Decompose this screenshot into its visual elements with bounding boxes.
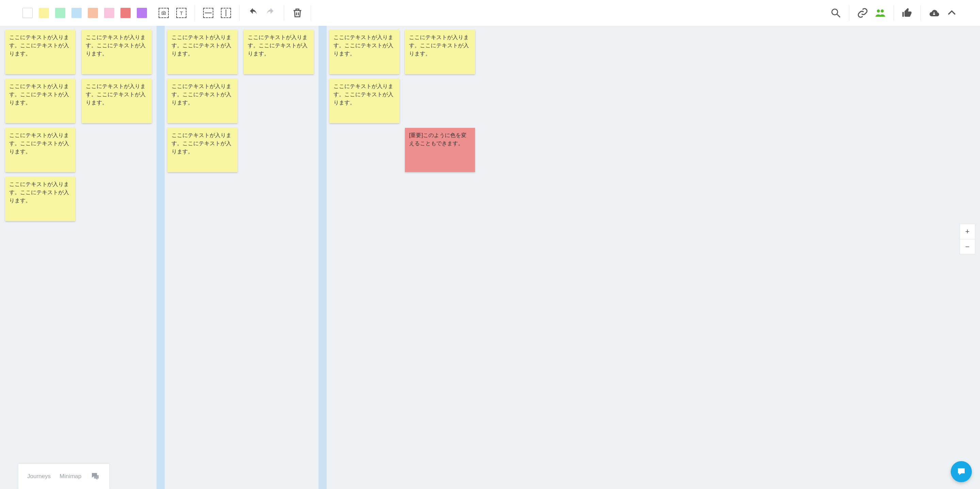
svg-point-3 — [881, 10, 884, 13]
note-text: ここにテキストが入ります。ここにテキストが入ります。 — [172, 83, 231, 105]
search-button[interactable] — [830, 7, 842, 19]
cloud-download-icon — [928, 7, 940, 19]
divider — [284, 5, 284, 21]
comments-button[interactable] — [90, 471, 100, 481]
divider — [920, 5, 921, 21]
sticky-note[interactable]: ここにテキストが入ります。ここにテキストが入ります。 — [167, 128, 237, 172]
toolbar: T — [0, 0, 980, 26]
chat-icon — [956, 467, 966, 477]
svg-point-1 — [832, 9, 838, 15]
color-swatch[interactable] — [55, 8, 65, 18]
note-text: ここにテキストが入ります。ここにテキストが入ります。 — [172, 34, 231, 56]
lane-divider[interactable] — [156, 26, 165, 489]
undo-button[interactable] — [247, 7, 259, 19]
toolbar-right — [824, 5, 963, 21]
divider — [849, 5, 850, 21]
users-icon — [875, 7, 886, 19]
sticky-note[interactable]: ここにテキストが入ります。ここにテキストが入ります。 — [82, 30, 152, 74]
sticky-note[interactable]: ここにテキストが入ります。ここにテキストが入ります。 — [5, 177, 75, 221]
zoom-in-button[interactable]: + — [960, 224, 975, 239]
zoom-controls: + − — [959, 224, 975, 254]
redo-button[interactable] — [265, 7, 276, 19]
note-text: ここにテキストが入ります。ここにテキストが入ります。 — [248, 34, 308, 56]
note-text: ここにテキストが入ります。ここにテキストが入ります。 — [9, 83, 69, 105]
sticky-note[interactable]: ここにテキストが入ります。ここにテキストが入ります。 — [405, 30, 475, 74]
link-icon — [857, 7, 869, 19]
search-icon — [830, 7, 842, 19]
svg-point-0 — [163, 13, 164, 14]
insert-text-button[interactable]: T — [176, 7, 187, 19]
bottom-bar: Journeys Minimap — [18, 464, 109, 489]
note-text: ここにテキストが入ります。ここにテキストが入ります。 — [334, 34, 393, 56]
vertical-line-button[interactable] — [220, 7, 232, 19]
note-text: ここにテキストが入ります。ここにテキストが入ります。 — [9, 34, 69, 56]
tab-minimap[interactable]: Minimap — [60, 473, 81, 480]
comments-icon — [90, 471, 100, 481]
thumbs-up-icon — [901, 7, 913, 19]
text-icon: T — [176, 8, 186, 18]
svg-point-2 — [877, 10, 880, 13]
like-button[interactable] — [901, 7, 913, 19]
history-tools — [242, 7, 282, 19]
sticky-note[interactable]: ここにテキストが入ります。ここにテキストが入ります。 — [5, 128, 75, 172]
color-swatches — [17, 8, 153, 18]
color-swatch[interactable] — [39, 8, 49, 18]
sticky-note[interactable]: [重要]このように色を変えることもできます。 — [405, 128, 475, 172]
horizontal-line-icon — [203, 8, 213, 18]
sticky-note[interactable]: ここにテキストが入ります。ここにテキストが入ります。 — [243, 30, 314, 74]
color-swatch[interactable] — [121, 8, 130, 18]
color-swatch[interactable] — [137, 8, 147, 18]
note-text: ここにテキストが入ります。ここにテキストが入ります。 — [409, 34, 469, 56]
camera-icon — [159, 8, 169, 18]
sticky-note[interactable]: ここにテキストが入ります。ここにテキストが入ります。 — [167, 79, 237, 123]
line-tools — [197, 7, 237, 19]
note-text: ここにテキストが入ります。ここにテキストが入ります。 — [9, 132, 69, 154]
undo-icon — [247, 7, 259, 19]
divider — [239, 5, 240, 21]
insert-tools: T — [153, 7, 192, 19]
color-swatch[interactable] — [88, 8, 98, 18]
sticky-note[interactable]: ここにテキストが入ります。ここにテキストが入ります。 — [5, 79, 75, 123]
redo-icon — [265, 7, 276, 19]
link-button[interactable] — [857, 7, 869, 19]
note-text: ここにテキストが入ります。ここにテキストが入ります。 — [86, 34, 146, 56]
tab-journeys[interactable]: Journeys — [27, 473, 51, 480]
sticky-note[interactable]: ここにテキストが入ります。ここにテキストが入ります。 — [329, 79, 399, 123]
zoom-out-button[interactable]: − — [960, 239, 975, 254]
collapse-button[interactable] — [946, 7, 958, 19]
note-text: ここにテキストが入ります。ここにテキストが入ります。 — [172, 132, 231, 154]
delete-tools — [286, 7, 309, 19]
sticky-note[interactable]: ここにテキストが入ります。ここにテキストが入ります。 — [329, 30, 399, 74]
note-text: ここにテキストが入ります。ここにテキストが入ります。 — [86, 83, 146, 105]
delete-button[interactable] — [292, 7, 303, 19]
divider — [894, 5, 894, 21]
collaborators-button[interactable] — [875, 7, 886, 19]
vertical-line-icon — [221, 8, 231, 18]
lane-divider[interactable] — [318, 26, 327, 489]
divider — [311, 5, 311, 21]
trash-icon — [292, 7, 303, 19]
canvas[interactable]: ここにテキストが入ります。ここにテキストが入ります。ここにテキストが入ります。こ… — [0, 26, 980, 489]
note-text: [重要]このように色を変えることもできます。 — [409, 132, 466, 146]
download-button[interactable] — [928, 7, 940, 19]
divider — [195, 5, 195, 21]
insert-image-button[interactable] — [158, 7, 169, 19]
chevron-up-icon — [946, 7, 958, 19]
sticky-note[interactable]: ここにテキストが入ります。ここにテキストが入ります。 — [5, 30, 75, 74]
color-swatch[interactable] — [104, 8, 115, 18]
note-text: ここにテキストが入ります。ここにテキストが入ります。 — [334, 83, 393, 105]
color-swatch[interactable] — [72, 8, 82, 18]
sticky-note[interactable]: ここにテキストが入ります。ここにテキストが入ります。 — [82, 79, 152, 123]
note-text: ここにテキストが入ります。ここにテキストが入ります。 — [9, 181, 69, 203]
horizontal-line-button[interactable] — [202, 7, 214, 19]
color-swatch[interactable] — [22, 8, 33, 18]
chat-fab[interactable] — [951, 461, 972, 482]
sticky-note[interactable]: ここにテキストが入ります。ここにテキストが入ります。 — [167, 30, 237, 74]
